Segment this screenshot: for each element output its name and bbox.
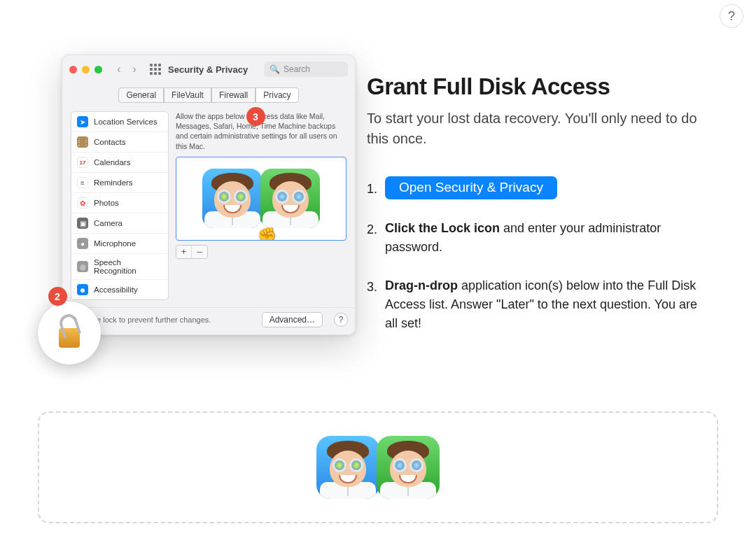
show-all-icon[interactable] <box>150 64 161 75</box>
tab-filevault[interactable]: FileVault <box>164 87 211 103</box>
list-item-label: Reminders <box>94 178 133 187</box>
callout-2-badge: 2 <box>48 287 67 306</box>
location-icon: ➤ <box>77 116 88 127</box>
privacy-category-list[interactable]: ➤Location Services ⋮⋮Contacts 17Calendar… <box>71 111 169 300</box>
search-placeholder: Search <box>284 64 310 74</box>
window-footer: 🔓 he lock to prevent further changes. Ad… <box>62 307 355 334</box>
tabs: General FileVault Firewall Privacy <box>62 87 355 103</box>
draggable-app-icon-green[interactable] <box>377 436 440 499</box>
grab-cursor-icon: ✊ <box>258 227 276 241</box>
speech-icon: ◎ <box>77 261 88 272</box>
callout-3: 3 <box>246 107 265 132</box>
instructions-column: Grant Full Disk Access To start your los… <box>367 73 703 353</box>
intro-text: To start your lost data recovery. You'll… <box>367 108 703 149</box>
list-item: 17Calendars <box>71 153 168 173</box>
full-disk-access-list[interactable]: ✊ ✊ <box>176 157 346 241</box>
list-item: ⋮⋮Contacts <box>71 132 168 153</box>
list-item-label: Photos <box>94 199 119 207</box>
help-button[interactable]: ? <box>720 4 743 28</box>
add-remove-buttons: + – <box>176 245 208 259</box>
tab-general[interactable]: General <box>118 87 164 103</box>
open-security-privacy-button[interactable]: Open Security & Privacy <box>385 176 557 199</box>
footer-lock-text: he lock to prevent further changes. <box>92 316 211 324</box>
step-2-text: Click the Lock icon and enter your admin… <box>385 219 703 257</box>
traffic-lights <box>69 66 102 73</box>
list-item-label: Camera <box>94 219 122 227</box>
system-preferences-window: ‹ › Security & Privacy 🔍 Search General … <box>62 55 356 335</box>
advanced-button[interactable]: Advanced… <box>262 312 323 327</box>
list-item-label: Speech Recognition <box>94 258 162 275</box>
contacts-icon: ⋮⋮ <box>77 136 88 148</box>
screenshot-column: 1 ‹ › Security & Privacy 🔍 <box>27 55 342 335</box>
list-item: ✿Photos <box>71 193 168 213</box>
forward-arrow-icon[interactable]: › <box>129 63 140 76</box>
zoom-dot[interactable] <box>94 66 102 73</box>
help-icon: ? <box>728 9 735 24</box>
back-arrow-icon[interactable]: ‹ <box>113 63 125 76</box>
step-3-bold: Drag-n-drop <box>385 278 458 292</box>
unlocked-padlock-icon <box>59 328 80 348</box>
add-button[interactable]: + <box>176 246 192 258</box>
step-2-number: 2. <box>367 219 385 239</box>
camera-icon: ▣ <box>77 218 88 229</box>
list-item: ☻Accessibility <box>71 280 168 299</box>
window-titlebar: ‹ › Security & Privacy 🔍 Search <box>62 55 355 83</box>
nav-arrows: ‹ › <box>113 63 140 76</box>
callout-2: 2 <box>48 287 67 312</box>
list-item-label: Microphone <box>94 239 136 248</box>
step-3-text: Drag-n-drop application icon(s) below in… <box>385 276 703 333</box>
photos-icon: ✿ <box>77 197 88 208</box>
page-title: Grant Full Disk Access <box>367 73 703 100</box>
list-item: ≡Reminders <box>71 173 168 193</box>
step-2: 2. Click the Lock icon and enter your ad… <box>367 219 703 257</box>
drag-source-tray <box>38 411 718 523</box>
tab-privacy[interactable]: Privacy <box>255 87 298 103</box>
callout-3-badge: 3 <box>246 107 265 126</box>
list-item: ◎Speech Recognition <box>71 254 168 280</box>
app-icon-blue[interactable] <box>202 169 262 228</box>
step-1-number: 1. <box>367 178 385 199</box>
list-item: ▣Camera <box>71 213 168 234</box>
grab-cursor-ghost-icon: ✊ <box>270 240 288 241</box>
search-icon: 🔍 <box>270 64 280 74</box>
list-item: ●Microphone <box>71 234 168 254</box>
list-item-label: Location Services <box>94 118 158 126</box>
draggable-app-icon-blue[interactable] <box>316 436 379 499</box>
accessibility-icon: ☻ <box>77 284 88 295</box>
list-item-label: Calendars <box>94 158 130 167</box>
reminders-icon: ≡ <box>77 177 88 188</box>
minimize-dot[interactable] <box>82 66 90 73</box>
step-2-bold: Click the Lock icon <box>385 221 500 235</box>
footer-help-button[interactable]: ? <box>334 313 348 327</box>
app-icon-green[interactable] <box>260 169 320 228</box>
calendar-icon: 17 <box>77 157 88 168</box>
search-input[interactable]: 🔍 Search <box>264 62 348 77</box>
microphone-icon: ● <box>77 238 88 249</box>
remove-button[interactable]: – <box>192 246 207 258</box>
list-item: ➤Location Services <box>71 112 168 132</box>
step-3-number: 3. <box>367 276 385 297</box>
list-item-label: Contacts <box>94 138 125 146</box>
tab-firewall[interactable]: Firewall <box>211 87 255 103</box>
list-item-label: Accessibility <box>94 285 138 294</box>
close-dot[interactable] <box>69 66 77 73</box>
step-3: 3. Drag-n-drop application icon(s) below… <box>367 276 703 333</box>
window-title: Security & Privacy <box>168 64 248 75</box>
privacy-detail-pane: Allow the apps below to access data like… <box>176 111 346 300</box>
step-1: 1. Open Security & Privacy <box>367 178 703 199</box>
